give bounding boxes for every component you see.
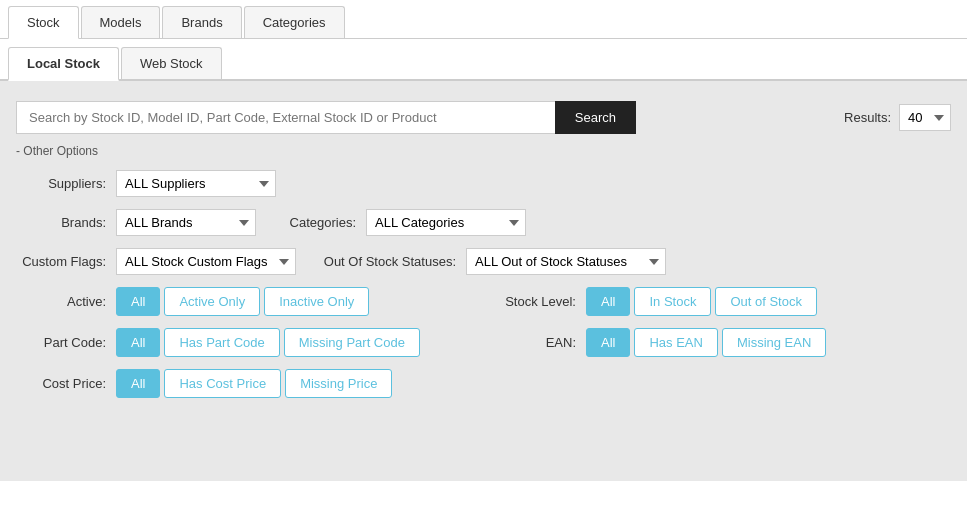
missing-partcode-btn[interactable]: Missing Part Code (284, 328, 420, 357)
tab-categories[interactable]: Categories (244, 6, 345, 38)
ean-col: EAN: All Has EAN Missing EAN (496, 328, 826, 357)
categories-label: Categories: (276, 215, 356, 230)
stock-level-toggle-group: All In Stock Out of Stock (586, 287, 817, 316)
sub-tab-local-stock[interactable]: Local Stock (8, 47, 119, 81)
active-only-btn[interactable]: Active Only (164, 287, 260, 316)
out-of-stock-btn[interactable]: Out of Stock (715, 287, 817, 316)
stock-level-col: Stock Level: All In Stock Out of Stock (496, 287, 817, 316)
results-label: Results: (844, 110, 891, 125)
brands-categories-row: Brands: ALL Brands Categories: ALL Categ… (16, 209, 951, 236)
sub-tabs-bar: Local Stock Web Stock (0, 39, 967, 81)
out-of-stock-select[interactable]: ALL Out of Stock Statuses (466, 248, 666, 275)
search-input[interactable] (16, 101, 555, 134)
partcode-all-btn[interactable]: All (116, 328, 160, 357)
costprice-toggle-group: All Has Cost Price Missing Price (116, 369, 392, 398)
out-of-stock-label: Out Of Stock Statuses: (316, 254, 456, 269)
top-tabs-bar: Stock Models Brands Categories (0, 0, 967, 39)
stock-level-all-btn[interactable]: All (586, 287, 630, 316)
has-ean-btn[interactable]: Has EAN (634, 328, 717, 357)
custom-flags-row: Custom Flags: ALL Stock Custom Flags Out… (16, 248, 951, 275)
brands-select[interactable]: ALL Brands (116, 209, 256, 236)
other-options-toggle[interactable]: - Other Options (16, 144, 951, 158)
ean-label: EAN: (496, 335, 576, 350)
active-stocklevel-row: Active: All Active Only Inactive Only St… (16, 287, 951, 316)
has-costprice-btn[interactable]: Has Cost Price (164, 369, 281, 398)
partcode-label: Part Code: (16, 335, 106, 350)
search-row: Search Results: 10 20 40 80 100 (16, 101, 951, 134)
tab-brands[interactable]: Brands (162, 6, 241, 38)
partcode-col: Part Code: All Has Part Code Missing Par… (16, 328, 496, 357)
has-partcode-btn[interactable]: Has Part Code (164, 328, 279, 357)
results-select[interactable]: 10 20 40 80 100 (899, 104, 951, 131)
tab-stock[interactable]: Stock (8, 6, 79, 39)
suppliers-select[interactable]: ALL Suppliers (116, 170, 276, 197)
costprice-label: Cost Price: (16, 376, 106, 391)
active-col: Active: All Active Only Inactive Only (16, 287, 496, 316)
tab-models[interactable]: Models (81, 6, 161, 38)
in-stock-btn[interactable]: In Stock (634, 287, 711, 316)
custom-flags-select[interactable]: ALL Stock Custom Flags (116, 248, 296, 275)
stock-level-label: Stock Level: (496, 294, 576, 309)
suppliers-row: Suppliers: ALL Suppliers (16, 170, 951, 197)
active-label: Active: (16, 294, 106, 309)
categories-select[interactable]: ALL Categories (366, 209, 526, 236)
sub-tab-web-stock[interactable]: Web Stock (121, 47, 222, 79)
inactive-only-btn[interactable]: Inactive Only (264, 287, 369, 316)
missing-price-btn[interactable]: Missing Price (285, 369, 392, 398)
results-wrap: Results: 10 20 40 80 100 (844, 104, 951, 131)
search-button[interactable]: Search (555, 101, 636, 134)
active-all-btn[interactable]: All (116, 287, 160, 316)
costprice-all-btn[interactable]: All (116, 369, 160, 398)
ean-all-btn[interactable]: All (586, 328, 630, 357)
partcode-ean-row: Part Code: All Has Part Code Missing Par… (16, 328, 951, 357)
costprice-row: Cost Price: All Has Cost Price Missing P… (16, 369, 951, 398)
active-toggle-group: All Active Only Inactive Only (116, 287, 369, 316)
suppliers-label: Suppliers: (16, 176, 106, 191)
ean-toggle-group: All Has EAN Missing EAN (586, 328, 826, 357)
missing-ean-btn[interactable]: Missing EAN (722, 328, 826, 357)
partcode-toggle-group: All Has Part Code Missing Part Code (116, 328, 420, 357)
main-content: Search Results: 10 20 40 80 100 - Other … (0, 81, 967, 481)
brands-label: Brands: (16, 215, 106, 230)
custom-flags-label: Custom Flags: (16, 254, 106, 269)
search-wrap: Search (16, 101, 636, 134)
